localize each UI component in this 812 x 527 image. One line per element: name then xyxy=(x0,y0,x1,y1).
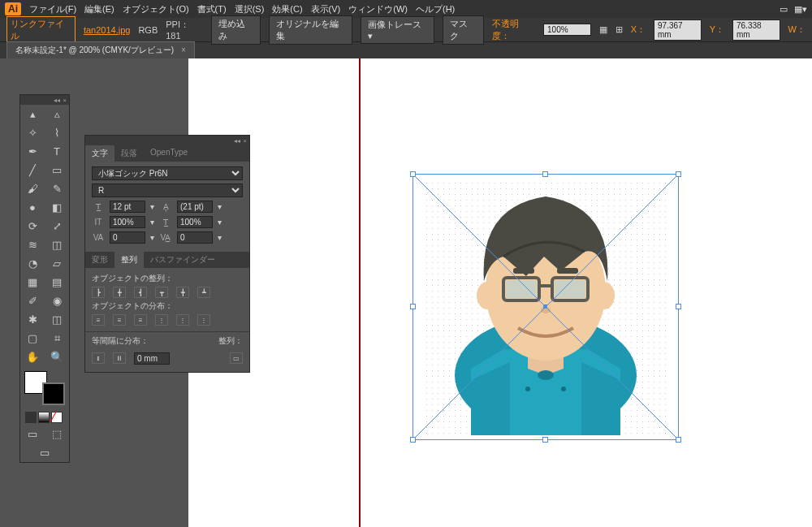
fill-stroke-swatch[interactable] xyxy=(23,369,67,407)
kerning-field[interactable]: 0 xyxy=(110,231,145,244)
handle-ml[interactable] xyxy=(410,304,416,309)
char-tab[interactable]: 文字 xyxy=(85,145,114,162)
leading-field[interactable]: (21 pt) xyxy=(177,201,213,213)
align-left[interactable]: ┣ xyxy=(92,287,105,298)
rectangle-tool[interactable]: ▭ xyxy=(45,161,69,179)
handle-bc[interactable] xyxy=(542,437,548,443)
mesh-tool[interactable]: ▦ xyxy=(20,273,45,292)
close-panel-icon[interactable]: × xyxy=(63,97,67,104)
align-hcenter[interactable]: ╋ xyxy=(113,287,126,298)
image-trace-button[interactable]: 画像トレース ▾ xyxy=(361,16,434,44)
stroke-swatch[interactable] xyxy=(42,382,65,405)
change-screen-mode[interactable]: ▭ xyxy=(20,443,69,462)
graph-tool[interactable]: ◫ xyxy=(45,310,69,329)
menu-edit[interactable]: 編集(E) xyxy=(84,3,114,15)
menu-effect[interactable]: 効果(C) xyxy=(272,3,302,15)
dist-space-h[interactable]: ⫼ xyxy=(113,352,126,364)
transform-tab[interactable]: 変形 xyxy=(85,252,114,268)
arrange-icon[interactable]: ▦▾ xyxy=(794,4,807,15)
menu-view[interactable]: 表示(V) xyxy=(311,3,341,15)
font-family-select[interactable]: 小塚ゴシック Pr6N xyxy=(92,166,243,180)
handle-tc[interactable] xyxy=(542,171,548,177)
color-mode-btn[interactable] xyxy=(25,412,37,423)
align-tab[interactable]: 整列 xyxy=(114,252,144,268)
gradient-mode-btn[interactable] xyxy=(38,412,50,423)
linked-filename[interactable]: tan2014.jpg xyxy=(84,25,131,35)
tab-close-icon[interactable]: × xyxy=(181,45,186,54)
artboard-tool[interactable]: ▢ xyxy=(20,329,45,348)
paintbrush-tool[interactable]: 🖌 xyxy=(20,179,45,198)
rotate-tool[interactable]: ⟳ xyxy=(20,217,45,235)
opacity-field[interactable]: 100% xyxy=(543,24,591,36)
align-pixel-icon[interactable]: ▦ xyxy=(599,24,607,35)
x-field[interactable]: 97.367 mm xyxy=(654,19,702,41)
blend-tool[interactable]: ◉ xyxy=(45,292,69,310)
document-tab[interactable]: 名称未設定-1* @ 200% (CMYK/プレビュー) × xyxy=(6,41,195,58)
direct-selection-tool[interactable]: ▵ xyxy=(45,105,69,123)
pathfinder-tab[interactable]: パスファインダー xyxy=(144,252,222,268)
menu-object[interactable]: オブジェクト(O) xyxy=(123,3,189,15)
edit-original-button[interactable]: オリジナルを編集 xyxy=(269,15,353,45)
spacing-field[interactable]: 0 mm xyxy=(134,352,170,365)
gradient-tool[interactable]: ▤ xyxy=(45,273,69,292)
width-tool[interactable]: ≋ xyxy=(20,235,45,254)
scale-tool[interactable]: ⤢ xyxy=(45,217,69,235)
dist-top[interactable]: ≡ xyxy=(92,314,105,326)
screen-mode-normal[interactable]: ▭ xyxy=(20,425,45,443)
tracking-field[interactable]: 0 xyxy=(177,231,213,244)
align-bottom[interactable]: ┻ xyxy=(197,287,210,298)
handle-tr[interactable] xyxy=(676,171,681,177)
dist-left[interactable]: ⋮ xyxy=(155,314,168,326)
dist-bottom[interactable]: ≡ xyxy=(134,314,147,326)
handle-mr[interactable] xyxy=(676,304,681,309)
font-size-field[interactable]: 12 pt xyxy=(110,201,145,213)
handle-tl[interactable] xyxy=(410,171,416,177)
slice-tool[interactable]: ⌗ xyxy=(45,329,69,348)
para-tab[interactable]: 段落 xyxy=(114,145,144,162)
dist-right[interactable]: ⋮ xyxy=(197,314,210,326)
y-field[interactable]: 76.338 mm xyxy=(732,19,780,41)
perspective-tool[interactable]: ▱ xyxy=(45,254,69,273)
magic-wand-tool[interactable]: ✧ xyxy=(20,123,45,142)
line-tool[interactable]: ╱ xyxy=(20,161,45,179)
screen-mode-toggle[interactable]: ⬚ xyxy=(45,425,69,443)
menu-file[interactable]: ファイル(F) xyxy=(29,3,76,15)
handle-br[interactable] xyxy=(676,437,681,443)
menu-type[interactable]: 書式(T) xyxy=(197,3,227,15)
vscale-field[interactable]: 100% xyxy=(110,216,145,228)
free-transform-tool[interactable]: ◫ xyxy=(45,235,69,254)
menu-help[interactable]: ヘルプ(H) xyxy=(416,3,455,15)
mask-button[interactable]: マスク xyxy=(443,15,483,45)
dist-vcenter[interactable]: ≡ xyxy=(113,314,126,326)
dist-space-v[interactable]: ⫿ xyxy=(92,352,105,364)
panel-close-icon[interactable]: × xyxy=(243,137,247,145)
align-to-button[interactable]: ▭ xyxy=(230,352,243,364)
shape-builder-tool[interactable]: ◔ xyxy=(20,254,45,273)
lasso-tool[interactable]: ⌇ xyxy=(45,123,69,142)
zoom-tool[interactable]: 🔍 xyxy=(45,348,69,366)
menu-window[interactable]: ウィンドウ(W) xyxy=(348,3,408,15)
pen-tool[interactable]: ✒ xyxy=(20,142,45,161)
menu-select[interactable]: 選択(S) xyxy=(235,3,265,15)
dist-hcenter[interactable]: ⋮ xyxy=(176,314,189,326)
symbol-sprayer-tool[interactable]: ✱ xyxy=(20,310,45,329)
eraser-tool[interactable]: ◧ xyxy=(45,198,69,217)
none-mode-btn[interactable]: ⁄ xyxy=(51,412,63,423)
blob-brush-tool[interactable]: ● xyxy=(20,198,45,217)
eyedropper-tool[interactable]: ✐ xyxy=(20,292,45,310)
selection-tool[interactable]: ▴ xyxy=(20,105,45,123)
align-vcenter[interactable]: ╋ xyxy=(176,287,189,298)
pencil-tool[interactable]: ✎ xyxy=(45,179,69,198)
transform-icon[interactable]: ⊞ xyxy=(615,24,623,35)
handle-bl[interactable] xyxy=(410,437,416,443)
opentype-tab[interactable]: OpenType xyxy=(144,145,194,162)
type-tool[interactable]: T xyxy=(45,142,69,161)
panel-collapse-icon[interactable]: ◂◂ xyxy=(234,137,240,145)
collapse-icon[interactable]: ◂◂ xyxy=(54,97,60,104)
selection-bounding-box[interactable] xyxy=(412,174,679,440)
doc-setup-icon[interactable]: ▭ xyxy=(780,4,788,15)
hand-tool[interactable]: ✋ xyxy=(20,348,45,366)
align-right[interactable]: ┫ xyxy=(134,287,147,298)
font-style-select[interactable]: R xyxy=(92,184,243,197)
hscale-field[interactable]: 100% xyxy=(177,216,213,228)
